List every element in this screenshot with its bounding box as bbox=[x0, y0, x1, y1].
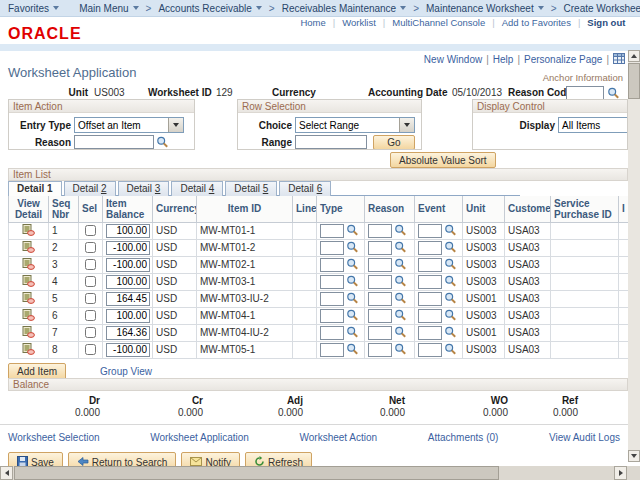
reason-lookup-icon[interactable] bbox=[394, 258, 407, 271]
select-row-checkbox[interactable] bbox=[85, 293, 96, 304]
tab-detail-1[interactable]: Detail 1 bbox=[8, 181, 62, 196]
item-balance-input[interactable] bbox=[106, 224, 150, 238]
item-balance-input[interactable] bbox=[106, 343, 150, 357]
footer-link-worksheetselection[interactable]: Worksheet Selection bbox=[8, 432, 100, 443]
group-view-link[interactable]: Group View bbox=[100, 366, 152, 377]
anchor-information-link[interactable]: Anchor Information bbox=[543, 72, 623, 83]
top-link-worklist[interactable]: Worklist bbox=[342, 17, 376, 28]
range-input[interactable] bbox=[295, 135, 367, 149]
scroll-right-button[interactable] bbox=[614, 466, 627, 480]
view-detail-icon[interactable] bbox=[22, 261, 35, 272]
breadcrumb-item-create-worksheet[interactable]: Create Worksheet bbox=[564, 3, 640, 14]
select-row-checkbox[interactable] bbox=[85, 225, 96, 236]
type-lookup-icon[interactable] bbox=[346, 241, 359, 254]
event-lookup-icon[interactable] bbox=[444, 241, 457, 254]
toolbar-notify-button[interactable]: Notify bbox=[181, 452, 240, 466]
event-lookup-icon[interactable] bbox=[444, 275, 457, 288]
event-input[interactable] bbox=[418, 258, 442, 272]
choice-select[interactable]: Select Range bbox=[295, 117, 415, 133]
event-lookup-icon[interactable] bbox=[444, 292, 457, 305]
reason-lookup-icon[interactable] bbox=[394, 292, 407, 305]
scroll-up-button[interactable] bbox=[628, 50, 640, 62]
event-input[interactable] bbox=[418, 224, 442, 238]
go-button[interactable]: Go bbox=[373, 135, 415, 150]
footer-link-worksheetaction[interactable]: Worksheet Action bbox=[300, 432, 378, 443]
item-balance-input[interactable] bbox=[106, 258, 150, 272]
event-lookup-icon[interactable] bbox=[444, 224, 457, 237]
breadcrumb-item-receivables-maintenance[interactable]: Receivables Maintenance bbox=[282, 3, 407, 14]
select-row-checkbox[interactable] bbox=[85, 310, 96, 321]
item-balance-input[interactable] bbox=[106, 292, 150, 306]
event-lookup-icon[interactable] bbox=[444, 258, 457, 271]
type-input[interactable] bbox=[320, 292, 344, 306]
type-lookup-icon[interactable] bbox=[346, 309, 359, 322]
vertical-scroll-thumb[interactable] bbox=[628, 63, 640, 99]
view-detail-icon[interactable] bbox=[22, 295, 35, 306]
absolute-value-sort-button[interactable]: Absolute Value Sort bbox=[390, 152, 496, 168]
select-row-checkbox[interactable] bbox=[85, 344, 96, 355]
type-lookup-icon[interactable] bbox=[346, 275, 359, 288]
select-row-checkbox[interactable] bbox=[85, 276, 96, 287]
type-input[interactable] bbox=[320, 309, 344, 323]
tab-detail-4[interactable]: Detail 4 bbox=[171, 181, 223, 196]
view-detail-icon[interactable] bbox=[22, 227, 35, 238]
reason-input[interactable] bbox=[368, 292, 392, 306]
select-row-checkbox[interactable] bbox=[85, 327, 96, 338]
event-lookup-icon[interactable] bbox=[444, 343, 457, 356]
reason-code-input[interactable] bbox=[566, 86, 604, 100]
top-link-multichannel-console[interactable]: MultiChannel Console bbox=[392, 17, 485, 28]
footer-link-worksheetapplication[interactable]: Worksheet Application bbox=[150, 432, 249, 443]
reason-input[interactable] bbox=[74, 135, 154, 149]
item-balance-input[interactable] bbox=[106, 275, 150, 289]
horizontal-scrollbar[interactable] bbox=[0, 466, 640, 480]
reason-input[interactable] bbox=[368, 258, 392, 272]
type-input[interactable] bbox=[320, 241, 344, 255]
type-lookup-icon[interactable] bbox=[346, 258, 359, 271]
scroll-left-button[interactable] bbox=[0, 466, 13, 480]
view-detail-icon[interactable] bbox=[22, 244, 35, 255]
select-row-checkbox[interactable] bbox=[85, 259, 96, 270]
reason-input[interactable] bbox=[368, 343, 392, 357]
page-link-personalize-page[interactable]: Personalize Page bbox=[524, 54, 602, 65]
select-row-checkbox[interactable] bbox=[85, 242, 96, 253]
page-link-new-window[interactable]: New Window bbox=[424, 54, 482, 65]
event-lookup-icon[interactable] bbox=[444, 309, 457, 322]
type-input[interactable] bbox=[320, 326, 344, 340]
horizontal-scroll-thumb[interactable] bbox=[14, 466, 499, 480]
tab-detail-5[interactable]: Detail 5 bbox=[225, 181, 277, 196]
item-balance-input[interactable] bbox=[106, 241, 150, 255]
top-link-home[interactable]: Home bbox=[300, 17, 325, 28]
item-balance-input[interactable] bbox=[106, 309, 150, 323]
type-input[interactable] bbox=[320, 275, 344, 289]
view-detail-icon[interactable] bbox=[22, 329, 35, 340]
event-input[interactable] bbox=[418, 275, 442, 289]
top-link-sign-out[interactable]: Sign out bbox=[587, 17, 625, 28]
reason-input[interactable] bbox=[368, 326, 392, 340]
reason-input[interactable] bbox=[368, 241, 392, 255]
reason-input[interactable] bbox=[368, 309, 392, 323]
toolbar-save-button[interactable]: Save bbox=[8, 452, 63, 466]
event-input[interactable] bbox=[418, 326, 442, 340]
type-lookup-icon[interactable] bbox=[346, 292, 359, 305]
vertical-scrollbar[interactable] bbox=[628, 50, 640, 462]
type-lookup-icon[interactable] bbox=[346, 343, 359, 356]
type-input[interactable] bbox=[320, 258, 344, 272]
type-input[interactable] bbox=[320, 224, 344, 238]
type-lookup-icon[interactable] bbox=[346, 224, 359, 237]
page-link-help[interactable]: Help bbox=[493, 54, 514, 65]
view-detail-icon[interactable] bbox=[22, 312, 35, 323]
breadcrumb-item-maintenance-worksheet[interactable]: Maintenance Worksheet bbox=[426, 3, 544, 14]
reason-input[interactable] bbox=[368, 224, 392, 238]
favorites-menu[interactable]: Favorites bbox=[0, 3, 69, 14]
tab-detail-6[interactable]: Detail 6 bbox=[279, 181, 331, 196]
top-link-add-to-favorites[interactable]: Add to Favorites bbox=[502, 17, 571, 28]
tab-detail-3[interactable]: Detail 3 bbox=[118, 181, 170, 196]
reason-lookup-icon[interactable] bbox=[394, 275, 407, 288]
reason-lookup-icon[interactable] bbox=[394, 241, 407, 254]
reason-lookup-icon[interactable] bbox=[394, 224, 407, 237]
event-input[interactable] bbox=[418, 343, 442, 357]
footer-link-viewauditlogs[interactable]: View Audit Logs bbox=[549, 432, 620, 443]
reason-lookup-icon[interactable] bbox=[394, 309, 407, 322]
display-select[interactable]: All Items bbox=[558, 117, 628, 133]
footer-link-attachments0[interactable]: Attachments (0) bbox=[428, 432, 499, 443]
